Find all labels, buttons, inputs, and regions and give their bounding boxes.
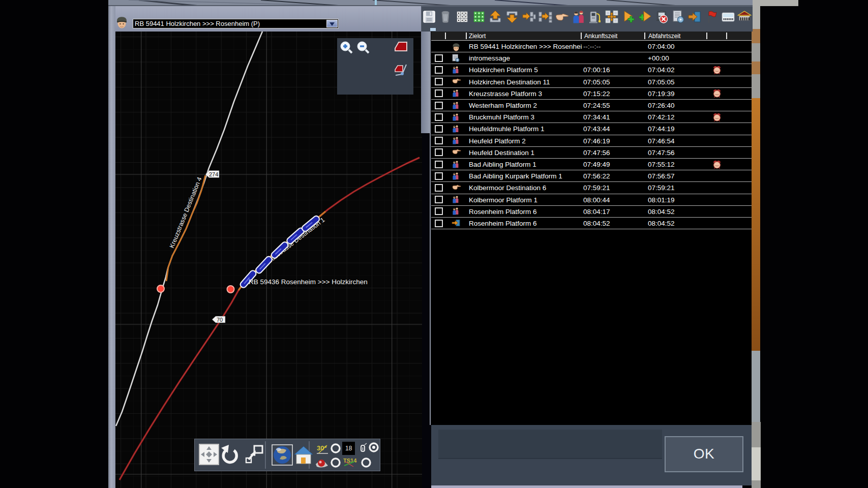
svg-text:RB 59436 Rosenheim >>> Holzkir: RB 59436 Rosenheim >>> Holzkirchen <box>249 278 368 286</box>
svg-text:18: 18 <box>345 445 352 452</box>
svg-text:274: 274 <box>209 171 218 177</box>
svg-text:30°: 30° <box>317 444 327 452</box>
svg-text:TS14: TS14 <box>343 458 357 464</box>
svg-text:70: 70 <box>217 317 223 323</box>
